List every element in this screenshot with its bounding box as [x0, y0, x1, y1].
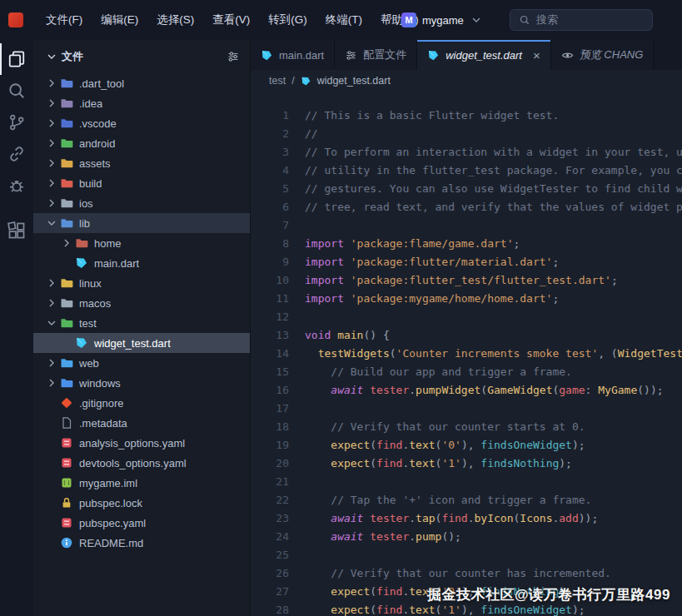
menu-item[interactable]: 编辑(E): [92, 0, 147, 40]
chevron-right-icon[interactable]: [45, 356, 58, 370]
git-file-icon: [60, 396, 73, 410]
code-line: 9import 'package:flutter/material.dart';: [251, 253, 682, 271]
tree-item-label: windows: [79, 377, 121, 390]
tree-item-devtools_options.yaml[interactable]: devtools_options.yaml: [33, 453, 250, 473]
lock-file-icon: [60, 496, 73, 509]
tab-main-dart[interactable]: main.dart: [251, 40, 335, 70]
tab-widget_test-dart[interactable]: widget_test.dart×: [417, 40, 551, 70]
tree-item-analysis_options.yaml[interactable]: analysis_options.yaml: [33, 433, 250, 453]
chevron-right-icon[interactable]: [45, 137, 58, 150]
line-number: 13: [251, 326, 289, 345]
explorer-icon[interactable]: [0, 43, 33, 75]
chevron-right-icon[interactable]: [45, 296, 58, 310]
tree-item-mygame.iml[interactable]: mygame.iml: [33, 473, 250, 493]
breadcrumb-file[interactable]: widget_test.dart: [317, 75, 391, 87]
chevron-spacer: [45, 496, 58, 509]
tree-item-README.md[interactable]: README.md: [33, 533, 250, 553]
tab-label: main.dart: [279, 49, 324, 62]
tree-item-label: devtools_options.yaml: [79, 457, 187, 469]
menu-item[interactable]: 查看(V): [203, 0, 259, 40]
explorer-actions-icon[interactable]: [227, 50, 240, 63]
chevron-down-icon[interactable]: [45, 216, 58, 230]
chevron-right-icon[interactable]: [45, 117, 58, 130]
chevron-right-icon[interactable]: [45, 97, 58, 110]
tree-item-linux[interactable]: linux: [33, 273, 250, 293]
line-number: 8: [251, 235, 289, 253]
code-line: 28 expect(find.text('1'), findsOneWidget…: [251, 601, 682, 616]
chevron-right-icon[interactable]: [45, 376, 58, 390]
tree-item-build[interactable]: build: [33, 173, 250, 193]
tree-item-label: pubspec.yaml: [79, 517, 146, 529]
chevron-right-icon[interactable]: [60, 236, 73, 250]
tree-item-lib[interactable]: lib: [33, 213, 250, 233]
sidebar: 文件 .dart_tool.idea.vscodeandroidassetsbu…: [33, 40, 250, 616]
tree-item-ios[interactable]: ios: [33, 193, 250, 213]
chevron-right-icon[interactable]: [45, 156, 58, 170]
link-icon[interactable]: [0, 138, 33, 170]
command-center[interactable]: M mygame: [395, 8, 490, 32]
search-icon[interactable]: [0, 75, 33, 107]
line-number: 1: [251, 107, 289, 125]
tree-item-main.dart[interactable]: main.dart: [33, 253, 250, 273]
tree-item-.metadata[interactable]: .metadata: [33, 413, 250, 433]
yaml-file-icon: [60, 516, 73, 529]
code-line: 23 await tester.tap(find.byIcon(Icons.ad…: [251, 509, 682, 528]
code-line: 18 // Verify that our counter starts at …: [251, 418, 682, 436]
tree-item-home[interactable]: home: [33, 233, 250, 253]
tree-item-android[interactable]: android: [33, 133, 250, 153]
breadcrumb-folder[interactable]: test: [269, 75, 286, 87]
chevron-right-icon[interactable]: [45, 196, 58, 210]
info-file-icon: [60, 536, 73, 549]
search-placeholder: 搜索: [536, 12, 558, 27]
menu-item[interactable]: 转到(G): [259, 0, 316, 40]
app-icon[interactable]: [8, 12, 23, 27]
tree-item-.gitignore[interactable]: .gitignore: [33, 393, 250, 413]
code-line: 26 // Verify that our counter has increm…: [251, 564, 682, 583]
code-line: 16 await tester.pumpWidget(GameWidget(ga…: [251, 381, 682, 400]
chevron-down-icon[interactable]: [45, 316, 58, 330]
chevron-spacer: [45, 456, 58, 469]
tree-item-label: assets: [79, 157, 111, 170]
breadcrumb[interactable]: test / widget_test.dart: [251, 70, 682, 92]
line-number: 28: [251, 601, 289, 616]
extensions-icon[interactable]: [0, 215, 33, 246]
editor: main.dart配置文件widget_test.dart×预览 CHANG t…: [250, 40, 682, 616]
code-line: 15 // Build our app and trigger a frame.: [251, 363, 682, 381]
menu-item[interactable]: 选择(S): [147, 0, 203, 40]
tree-item-macos[interactable]: macos: [33, 293, 250, 313]
close-icon[interactable]: ×: [533, 49, 540, 62]
code-lines[interactable]: 1// This is a basic Flutter widget test.…: [251, 92, 682, 616]
tree-item-.dart_tool[interactable]: .dart_tool: [33, 73, 250, 93]
code-line: 20 expect(find.text('1'), findsNothing);: [251, 455, 682, 473]
tree-item-pubspec.yaml[interactable]: pubspec.yaml: [33, 513, 250, 533]
folder-icon: [75, 236, 88, 250]
tree-item-label: README.md: [79, 537, 143, 549]
tree-item-web[interactable]: web: [33, 353, 250, 373]
line-number: 24: [251, 528, 289, 546]
search-box[interactable]: 搜索: [510, 9, 653, 31]
tab--[interactable]: 配置文件: [335, 40, 417, 70]
line-number: 5: [251, 180, 289, 198]
line-number: 12: [251, 308, 289, 326]
line-number: 14: [251, 345, 289, 363]
sidebar-header: 文件: [33, 40, 250, 73]
tab-label: 配置文件: [363, 47, 406, 62]
tree-item-.vscode[interactable]: .vscode: [33, 113, 250, 133]
menu-item[interactable]: 终端(T): [316, 0, 371, 40]
chevron-spacer: [45, 396, 58, 410]
chevron-right-icon[interactable]: [45, 77, 58, 90]
tree-item-pubspec.lock[interactable]: pubspec.lock: [33, 493, 250, 513]
tree-item-windows[interactable]: windows: [33, 373, 250, 393]
chevron-spacer: [45, 416, 58, 430]
sidebar-collapse-icon[interactable]: [45, 50, 58, 63]
tree-item-assets[interactable]: assets: [33, 153, 250, 173]
menu-item[interactable]: 文件(F): [37, 0, 92, 40]
tree-item-.idea[interactable]: .idea: [33, 93, 250, 113]
debug-icon[interactable]: [0, 170, 33, 201]
tab--CHANG[interactable]: 预览 CHANG: [551, 40, 655, 70]
source-control-icon[interactable]: [0, 107, 33, 138]
chevron-right-icon[interactable]: [45, 276, 58, 290]
tree-item-widget_test.dart[interactable]: widget_test.dart: [33, 333, 250, 353]
chevron-right-icon[interactable]: [45, 176, 58, 190]
tree-item-test[interactable]: test: [33, 313, 250, 333]
